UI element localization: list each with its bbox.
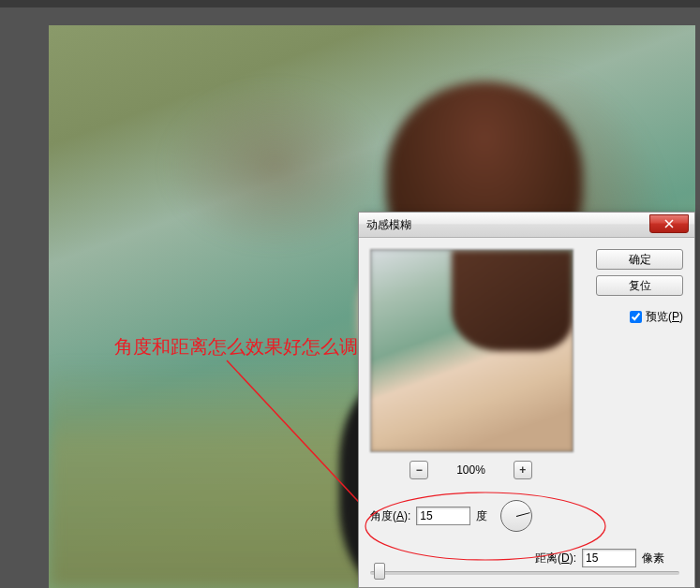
zoom-out-button[interactable]: − [410,461,428,479]
zoom-in-button[interactable]: + [514,461,532,479]
distance-row: 距离(D): 像素 [370,549,683,567]
preview-thumbnail[interactable] [370,249,573,452]
close-icon [664,219,674,228]
angle-row: 角度(A): 度 [370,500,683,532]
zoom-level: 100% [456,463,485,477]
distance-slider-thumb[interactable] [374,563,385,580]
dialog-titlebar[interactable]: 动感模糊 [359,213,694,238]
distance-slider-track[interactable] [370,571,679,575]
angle-input[interactable] [416,507,470,525]
angle-dial[interactable] [500,500,532,532]
dialog-body: − 100% + 确定 复位 预览(P) 角度(A): 度 距离(D): 像素 [359,238,694,588]
dialog-title: 动感模糊 [366,217,411,233]
motion-blur-dialog: 动感模糊 − 100% + 确定 复位 预览(P) 角度(A): 度 [358,212,695,588]
angle-label: 角度(A): [370,508,410,524]
ok-button[interactable]: 确定 [596,249,683,270]
close-button[interactable] [649,214,689,233]
dialog-actions: 确定 复位 [596,249,683,301]
reset-button[interactable]: 复位 [596,275,683,296]
angle-unit: 度 [476,508,487,524]
preview-checkbox-label: 预览(P) [646,309,683,325]
annotation-text: 角度和距离怎么效果好怎么调整 [114,334,377,360]
blur-controls: 角度(A): 度 距离(D): 像素 [370,500,683,584]
preview-checkbox[interactable] [630,311,642,323]
distance-input[interactable] [582,549,636,567]
zoom-controls: − 100% + [370,461,572,479]
distance-label: 距离(D): [535,551,576,566]
distance-unit: 像素 [642,551,664,566]
app-top-bar [0,0,700,7]
preview-checkbox-row[interactable]: 预览(P) [630,309,683,325]
